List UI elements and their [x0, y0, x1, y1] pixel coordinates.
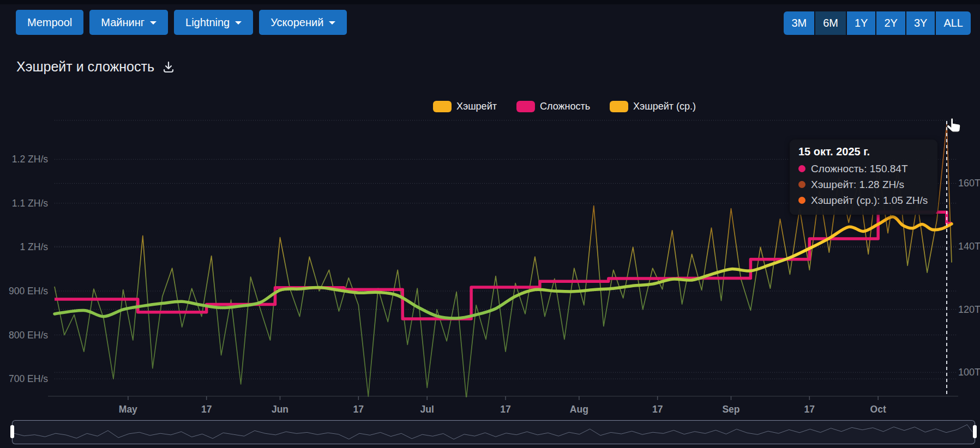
- x-tick-label: Jul: [420, 404, 434, 415]
- series-dot-icon: [798, 181, 805, 188]
- hashrate-avg-line: [55, 217, 952, 318]
- tooltip-text: Сложность: 150.84T: [811, 161, 908, 177]
- series-dot-icon: [798, 197, 805, 204]
- series-dot-icon: [798, 165, 805, 172]
- y-right-tick-label: 160T: [958, 178, 980, 189]
- navigator-right-handle[interactable]: [973, 425, 977, 438]
- tooltip-text: Хэшрейт (ср.): 1.05 ZH/s: [811, 192, 928, 208]
- y-right-tick-label: 140T: [958, 241, 980, 252]
- y-left-tick-label: 700 EH/s: [9, 373, 48, 384]
- x-tick-label: Aug: [570, 404, 588, 415]
- tooltip-row: Хэшрейт (ср.): 1.05 ZH/s: [798, 192, 928, 208]
- y-left-tick-label: 1 ZH/s: [20, 241, 48, 252]
- tooltip-rows: Сложность: 150.84TХэшрейт: 1.28 ZH/sХэшр…: [798, 161, 928, 208]
- x-tick-label: 17: [804, 404, 815, 415]
- y-right-tick-label: 120T: [958, 304, 980, 315]
- y-right-tick-label: 100T: [958, 367, 980, 378]
- tooltip-text: Хэшрейт: 1.28 ZH/s: [811, 177, 904, 192]
- x-tick-label: 17: [353, 404, 364, 415]
- chart-tooltip: 15 окт. 2025 г. Сложность: 150.84TХэшрей…: [790, 140, 937, 215]
- y-left-tick-label: 900 EH/s: [9, 286, 48, 296]
- x-tick-label: 17: [500, 404, 510, 415]
- x-tick-label: Oct: [870, 404, 886, 415]
- x-tick-label: Sep: [722, 404, 739, 415]
- x-tick-label: 17: [652, 404, 663, 415]
- tooltip-row: Сложность: 150.84T: [798, 161, 928, 177]
- x-tick-label: Jun: [272, 404, 288, 415]
- y-left-tick-label: 800 EH/s: [9, 330, 48, 341]
- x-tick-label: 17: [201, 404, 212, 415]
- y-left-tick-label: 1.1 ZH/s: [12, 198, 48, 209]
- navigator-sparkline: [13, 421, 973, 443]
- navigator-line: [14, 425, 972, 439]
- navigator-left-handle[interactable]: [10, 425, 14, 438]
- y-left-tick-label: 1.2 ZH/s: [12, 154, 48, 165]
- tooltip-row: Хэшрейт: 1.28 ZH/s: [798, 177, 928, 192]
- hashrate-difficulty-chart[interactable]: 1.2 ZH/s1.1 ZH/s1 ZH/s900 EH/s800 EH/s70…: [0, 0, 980, 448]
- tooltip-date: 15 окт. 2025 г.: [798, 146, 928, 158]
- range-navigator[interactable]: [12, 420, 975, 444]
- x-tick-label: May: [119, 404, 137, 415]
